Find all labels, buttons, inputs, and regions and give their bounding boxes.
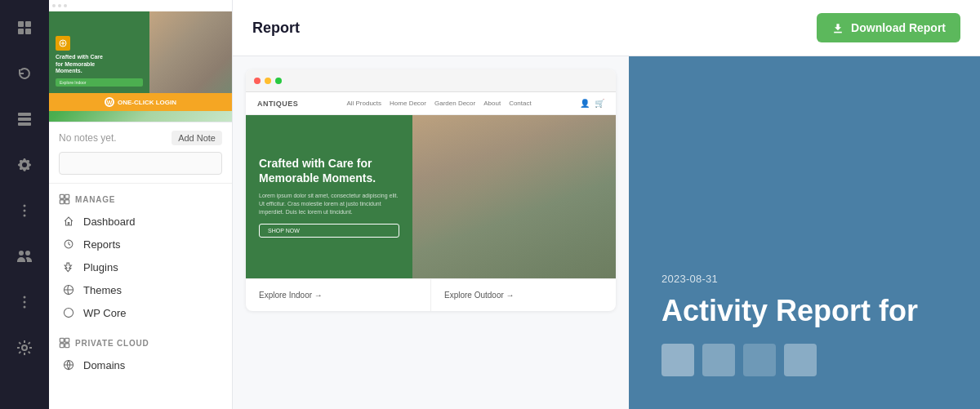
- more-dots2-icon[interactable]: [10, 287, 39, 317]
- svg-rect-22: [65, 338, 69, 342]
- report-panel: 2023-08-31 Activity Report for: [629, 56, 980, 409]
- browser-dot-yellow: [265, 78, 271, 84]
- svg-rect-23: [60, 344, 64, 348]
- nav-item-plugins-label: Plugins: [83, 261, 118, 273]
- grid-icon[interactable]: [10, 13, 39, 42]
- svg-rect-6: [18, 122, 31, 126]
- private-cloud-label: PRIVATE CLOUD: [59, 337, 222, 349]
- notes-area: No notes yet. Add Note: [49, 122, 232, 184]
- settings-icon[interactable]: [10, 150, 39, 180]
- users-icon[interactable]: [10, 242, 39, 271]
- site-preview: Crafted with Carefor MemorableMoments. E…: [49, 0, 232, 122]
- report-block-2: [702, 344, 735, 376]
- svg-point-10: [24, 296, 26, 299]
- explore-outdoor-btn[interactable]: Explore Outdoor →: [431, 279, 616, 311]
- gear2-icon[interactable]: [10, 333, 39, 362]
- report-blocks: [662, 344, 947, 376]
- preview-explore-btn: Explore Indoor: [56, 78, 143, 87]
- themes-icon: [62, 283, 75, 296]
- nav-item-themes[interactable]: Themes: [59, 278, 222, 301]
- hero-left: Crafted with Care for Memorable Moments.…: [246, 115, 412, 278]
- nav-item-reports[interactable]: Reports: [59, 233, 222, 256]
- sidebar: Crafted with Carefor MemorableMoments. E…: [49, 0, 233, 409]
- dashboard-icon: [62, 215, 75, 228]
- report-date: 2023-08-31: [662, 273, 947, 285]
- svg-rect-15: [60, 194, 64, 198]
- nav-item-dashboard[interactable]: Dashboard: [59, 210, 222, 233]
- report-block-3: [743, 344, 776, 376]
- report-title: Activity Report for: [662, 295, 947, 327]
- cart-icon: 🛒: [595, 99, 604, 108]
- svg-point-20: [64, 308, 73, 317]
- website-preview-card: ANTIQUES All Products Home Decor Garden …: [246, 69, 616, 311]
- hero-body: Lorem ipsum dolor sit amet, consectetur …: [259, 192, 399, 216]
- wp-icon: [62, 306, 75, 319]
- nav-item-wpcore-label: WP Core: [83, 307, 127, 319]
- nav-item-reports-label: Reports: [83, 238, 121, 251]
- svg-point-13: [22, 345, 27, 350]
- page-title: Report: [252, 20, 300, 37]
- svg-point-9: [24, 215, 26, 217]
- svg-rect-16: [65, 194, 69, 198]
- main-content: Report Download Report ANTIQUES All Prod…: [233, 0, 980, 409]
- plugins-icon: [62, 260, 75, 273]
- svg-point-7: [24, 205, 26, 207]
- nav-link-contact: Contact: [509, 100, 532, 107]
- browser-dot-green: [275, 78, 282, 84]
- nav-link-about: About: [483, 100, 501, 107]
- nav-link-products: All Products: [346, 100, 381, 107]
- preview-bottom-row: Explore Indoor → Explore Outdoor →: [246, 278, 616, 311]
- preview-panel: ANTIQUES All Products Home Decor Garden …: [233, 56, 629, 409]
- report-block-1: [662, 344, 694, 376]
- manage-section-label: MANAGE: [59, 193, 222, 205]
- domains-icon: [62, 358, 75, 371]
- more-dots-icon[interactable]: [10, 196, 39, 225]
- browser-chrome: [246, 69, 616, 92]
- svg-point-11: [24, 301, 26, 304]
- nav-item-wpcore[interactable]: WP Core: [59, 301, 222, 324]
- preview-hero: Crafted with Care for Memorable Moments.…: [246, 115, 616, 278]
- one-click-login-bar[interactable]: W ONE-CLICK LOGIN: [49, 93, 232, 111]
- add-note-button[interactable]: Add Note: [172, 131, 222, 145]
- svg-rect-1: [25, 21, 31, 27]
- svg-rect-18: [65, 200, 69, 204]
- nav-item-domains-label: Domains: [83, 359, 125, 371]
- hero-image: [394, 115, 616, 278]
- nav-item-themes-label: Themes: [83, 284, 122, 296]
- nav-item-plugins[interactable]: Plugins: [59, 256, 222, 278]
- top-bar: Report Download Report: [233, 0, 980, 56]
- download-btn-label: Download Report: [851, 21, 946, 34]
- reports-icon: [62, 238, 75, 251]
- svg-rect-17: [60, 200, 64, 204]
- nav-item-domains[interactable]: Domains: [59, 353, 222, 376]
- search-input[interactable]: [59, 152, 222, 175]
- hero-shop-btn[interactable]: SHOP NOW: [259, 224, 399, 238]
- table-icon[interactable]: [10, 104, 39, 134]
- private-cloud-section: PRIVATE CLOUD Domains: [49, 327, 232, 380]
- svg-rect-5: [18, 118, 31, 121]
- report-block-4: [784, 344, 817, 376]
- hero-headline: Crafted with Care for Memorable Moments.: [259, 156, 399, 185]
- browser-dot-red: [254, 78, 261, 84]
- preview-nav-links: All Products Home Decor Garden Decor Abo…: [346, 100, 531, 107]
- svg-rect-4: [18, 113, 31, 116]
- hero-right: [394, 115, 616, 278]
- svg-rect-0: [18, 21, 24, 27]
- content-panels: ANTIQUES All Products Home Decor Garden …: [233, 56, 980, 409]
- svg-point-8: [24, 210, 26, 212]
- download-report-button[interactable]: Download Report: [817, 13, 960, 42]
- refresh-icon[interactable]: [10, 59, 39, 88]
- manage-section: MANAGE Dashboard Reports Plugins Themes: [49, 184, 232, 327]
- svg-rect-3: [25, 29, 31, 34]
- explore-indoor-btn[interactable]: Explore Indoor →: [246, 279, 431, 311]
- no-notes-label: No notes yet.: [59, 132, 117, 144]
- login-bar-text: ONE-CLICK LOGIN: [118, 99, 176, 106]
- preview-nav-icons: 👤 🛒: [580, 99, 604, 108]
- nav-link-gardendecor: Garden Decor: [434, 100, 475, 107]
- svg-rect-21: [60, 338, 64, 342]
- icon-bar: [0, 0, 49, 409]
- preview-site-logo: ANTIQUES: [257, 100, 298, 108]
- nav-item-dashboard-label: Dashboard: [83, 216, 136, 228]
- user-icon: 👤: [580, 99, 590, 108]
- svg-rect-24: [65, 344, 69, 348]
